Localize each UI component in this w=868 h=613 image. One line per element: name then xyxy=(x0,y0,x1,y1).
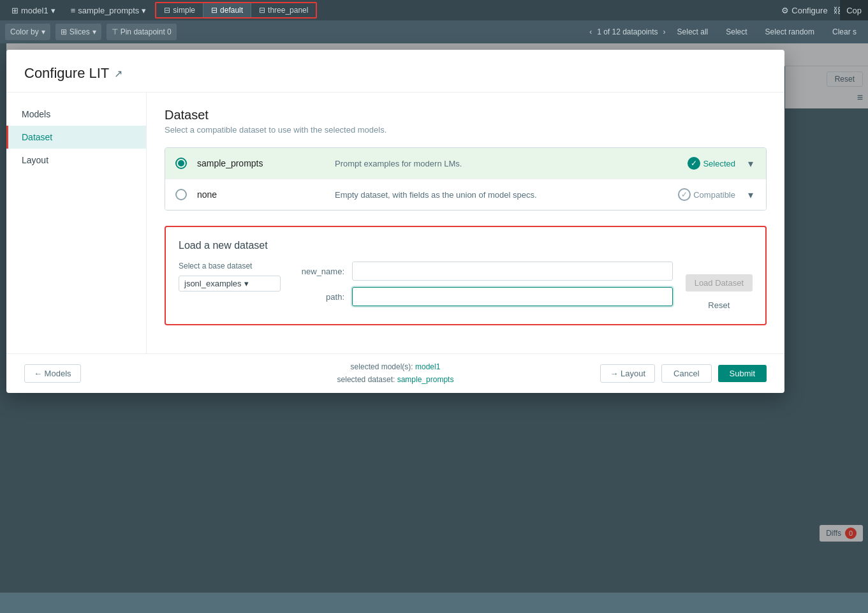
base-dataset-col: Select a base dataset jsonl_examples ▾ xyxy=(179,262,281,292)
layout-icon: ⊟ xyxy=(164,6,170,15)
modal-content: Dataset Select a compatible dataset to u… xyxy=(147,92,784,353)
sidebar-item-models[interactable]: Models xyxy=(6,103,146,126)
modal-footer: ← Models selected model(s): model1 selec… xyxy=(6,353,784,393)
path-label: path: xyxy=(293,292,344,302)
top-bar: ⊞ model1 ▾ ≡ sample_prompts ▾ ⊟ simple ⊟… xyxy=(0,0,868,20)
chevron-down-icon: ▾ xyxy=(142,6,146,15)
dataset-desc-sample-prompts: Prompt examples for modern LMs. xyxy=(335,159,677,168)
base-dataset-select[interactable]: jsonl_examples ▾ xyxy=(179,276,281,292)
check-circle-icon: ✓ xyxy=(688,157,700,170)
load-dataset-title: Load a new dataset xyxy=(179,240,753,251)
modal-sidebar: Models Dataset Layout xyxy=(6,92,147,353)
new-name-row: new_name: xyxy=(293,262,673,281)
dataset-selector[interactable]: ≡ sample_prompts ▾ xyxy=(64,6,153,15)
cop-label: Cop xyxy=(840,0,868,20)
footer-nav: ← Models xyxy=(24,364,81,383)
nav-next-icon[interactable]: › xyxy=(663,27,666,36)
dataset-list: sample_prompts Prompt examples for moder… xyxy=(165,147,767,210)
dataset-name-none: none xyxy=(197,189,325,200)
model-selector[interactable]: ⊞ model1 ▾ xyxy=(5,6,62,15)
dataset-desc-none: Empty dataset, with fields as the union … xyxy=(335,190,668,200)
main-area: Datapoint Editor Reset ≡ Diffs 0 Configu… xyxy=(0,43,868,593)
expand-none-btn[interactable]: ▾ xyxy=(746,189,756,201)
load-dataset-section: Load a new dataset Select a base dataset… xyxy=(165,226,767,325)
pin-icon: ⊤ xyxy=(112,27,118,36)
layout-icon: ⊟ xyxy=(259,6,265,15)
models-nav-btn[interactable]: ← Models xyxy=(24,364,81,383)
fields-col: new_name: path: xyxy=(293,262,673,306)
chevron-down-icon: ▾ xyxy=(41,27,45,36)
reset-small-btn[interactable]: Reset xyxy=(686,297,753,314)
expand-sample-prompts-btn[interactable]: ▾ xyxy=(746,158,756,170)
chevron-down-icon: ▾ xyxy=(244,279,249,288)
select-all-btn[interactable]: Select all xyxy=(671,26,715,38)
check-circle-outline-icon: ✓ xyxy=(678,188,691,201)
path-input[interactable] xyxy=(352,287,673,306)
datapoint-nav: ‹ 1 of 12 datapoints › Select all Select… xyxy=(589,26,863,38)
chevron-down-icon: ▾ xyxy=(92,27,96,36)
chevron-down-icon: ▾ xyxy=(51,6,55,15)
layout-nav-btn[interactable]: → Layout xyxy=(600,364,655,383)
path-row: path: xyxy=(293,287,673,306)
clear-btn[interactable]: Clear s xyxy=(826,26,863,38)
model-status-link[interactable]: model1 xyxy=(415,362,440,371)
nav-prev-icon[interactable]: ‹ xyxy=(589,27,592,36)
status-compatible: ✓ Compatible xyxy=(678,188,735,201)
select-btn[interactable]: Select xyxy=(719,26,753,38)
dataset-name-sample-prompts: sample_prompts xyxy=(197,158,325,168)
cancel-btn[interactable]: Cancel xyxy=(661,364,711,383)
pin-datapoint-btn[interactable]: ⊤ Pin datapoint 0 xyxy=(107,24,177,40)
sidebar-item-layout[interactable]: Layout xyxy=(6,149,146,172)
tab-simple[interactable]: ⊟ simple xyxy=(156,2,203,18)
layout-icon: ⊟ xyxy=(211,6,217,15)
new-name-input[interactable] xyxy=(352,262,673,281)
slices-btn[interactable]: ⊞ Slices ▾ xyxy=(55,24,101,40)
base-dataset-label: Select a base dataset xyxy=(179,262,281,270)
modal-overlay: Configure LIT ↗ Models Dataset Layout xyxy=(0,43,868,593)
footer-actions: → Layout Cancel Submit xyxy=(600,364,767,383)
tab-three-panel[interactable]: ⊟ three_panel xyxy=(251,2,316,18)
external-link-icon[interactable]: ↗ xyxy=(114,68,122,80)
gear-icon: ⚙ xyxy=(781,6,789,15)
load-dataset-btn[interactable]: Load Dataset xyxy=(686,274,753,292)
status-selected: ✓ Selected xyxy=(688,157,735,170)
select-random-btn[interactable]: Select random xyxy=(759,26,821,38)
dataset-status-link[interactable]: sample_prompts xyxy=(397,375,454,384)
radio-none[interactable] xyxy=(175,189,187,200)
dataset-row-sample-prompts[interactable]: sample_prompts Prompt examples for moder… xyxy=(165,148,766,179)
footer-status: selected model(s): model1 selected datas… xyxy=(337,361,454,385)
sidebar-item-dataset[interactable]: Dataset xyxy=(6,126,146,149)
action-col: Load Dataset Reset xyxy=(686,262,753,314)
new-name-label: new_name: xyxy=(293,267,344,276)
content-subtitle: Select a compatible dataset to use with … xyxy=(165,125,767,135)
modal-body: Models Dataset Layout Dataset Select a c… xyxy=(6,92,784,353)
slices-icon: ⊞ xyxy=(61,27,67,36)
load-form: Select a base dataset jsonl_examples ▾ n… xyxy=(179,262,753,314)
radio-sample-prompts[interactable] xyxy=(175,158,187,169)
dataset-row-none[interactable]: none Empty dataset, with fields as the u… xyxy=(165,179,766,210)
second-bar: Color by ▾ ⊞ Slices ▾ ⊤ Pin datapoint 0 … xyxy=(0,20,868,43)
configure-btn[interactable]: ⚙ Configure xyxy=(781,6,827,15)
tab-default[interactable]: ⊟ default xyxy=(203,2,251,18)
submit-btn[interactable]: Submit xyxy=(718,365,767,382)
modal-header: Configure LIT ↗ xyxy=(6,50,784,92)
modal-title: Configure LIT xyxy=(24,65,109,82)
content-title: Dataset xyxy=(165,108,767,122)
layout-tab-group: ⊟ simple ⊟ default ⊟ three_panel xyxy=(155,2,317,18)
grid-icon: ⊞ xyxy=(11,6,18,15)
color-by-btn[interactable]: Color by ▾ xyxy=(5,24,50,40)
table-icon: ≡ xyxy=(71,6,76,15)
configure-lit-modal: Configure LIT ↗ Models Dataset Layout xyxy=(6,50,784,393)
